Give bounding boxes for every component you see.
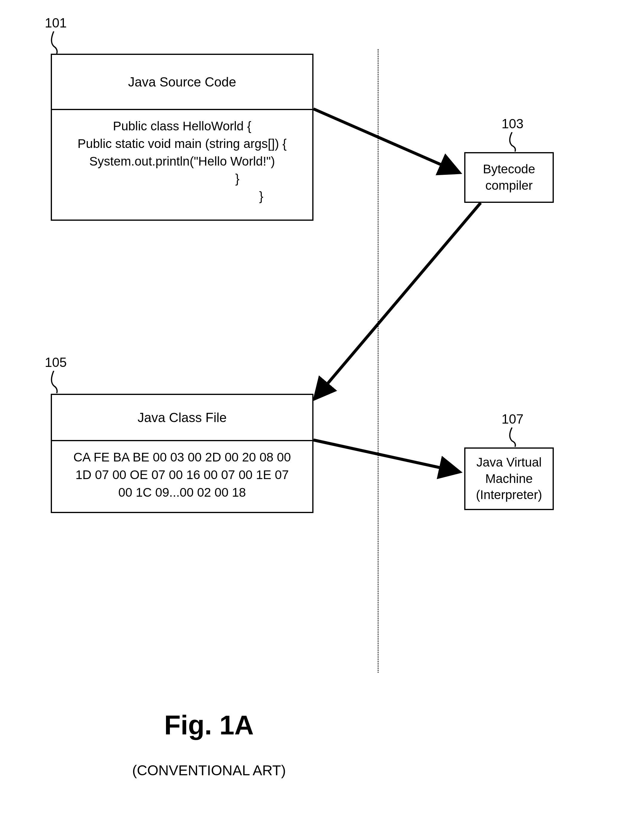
ref-label-105: 105 bbox=[45, 355, 67, 370]
diagram-container: 101 Java Source Code Public class HelloW… bbox=[0, 0, 635, 840]
java-classfile-body: CA FE BA BE 00 03 00 2D 00 20 08 00 1D 0… bbox=[52, 441, 312, 508]
java-source-box: Java Source Code Public class HelloWorld… bbox=[51, 54, 314, 221]
ref-label-101: 101 bbox=[45, 16, 67, 30]
source-line-5: } bbox=[61, 188, 303, 205]
ref-curve-101 bbox=[48, 31, 66, 55]
jvm-line-1: Java Virtual bbox=[476, 454, 542, 471]
classfile-line-2: 1D 07 00 OE 07 00 16 00 07 00 1E 07 bbox=[61, 466, 303, 484]
figure-subtitle: (CONVENTIONAL ART) bbox=[119, 762, 299, 778]
arrow-classfile-to-jvm bbox=[314, 440, 469, 485]
source-line-3: System.out.println("Hello World!") bbox=[61, 153, 303, 171]
jvm-line-2: Machine bbox=[476, 471, 542, 487]
bytecode-compiler-box: Bytecode compiler bbox=[464, 152, 554, 203]
java-classfile-header: Java Class File bbox=[52, 395, 312, 441]
classfile-line-3: 00 1C 09...00 02 00 18 bbox=[61, 484, 303, 501]
svg-line-5 bbox=[314, 440, 457, 471]
java-classfile-box: Java Class File CA FE BA BE 00 03 00 2D … bbox=[51, 394, 314, 513]
jvm-line-3: (Interpreter) bbox=[476, 487, 542, 503]
source-line-4: } bbox=[61, 170, 303, 188]
jvm-box: Java Virtual Machine (Interpreter) bbox=[464, 447, 554, 510]
source-line-1: Public class HelloWorld { bbox=[61, 117, 303, 135]
compiler-line-2: compiler bbox=[483, 177, 535, 194]
source-line-2: Public static void main (string args[]) … bbox=[61, 135, 303, 153]
classfile-line-1: CA FE BA BE 00 03 00 2D 00 20 08 00 bbox=[61, 448, 303, 466]
ref-curve-105 bbox=[48, 371, 66, 395]
figure-title: Fig. 1A bbox=[149, 710, 269, 741]
arrow-compiler-to-classfile bbox=[310, 203, 489, 406]
svg-line-3 bbox=[317, 203, 481, 397]
ref-curve-103 bbox=[506, 132, 524, 153]
arrow-source-to-compiler bbox=[314, 109, 469, 183]
java-source-body: Public class HelloWorld { Public static … bbox=[52, 110, 312, 213]
java-source-header: Java Source Code bbox=[52, 55, 312, 110]
ref-curve-107 bbox=[506, 428, 524, 448]
ref-label-107: 107 bbox=[502, 412, 523, 426]
svg-line-1 bbox=[314, 109, 457, 172]
compiler-line-1: Bytecode bbox=[483, 161, 535, 177]
ref-label-103: 103 bbox=[502, 116, 523, 131]
